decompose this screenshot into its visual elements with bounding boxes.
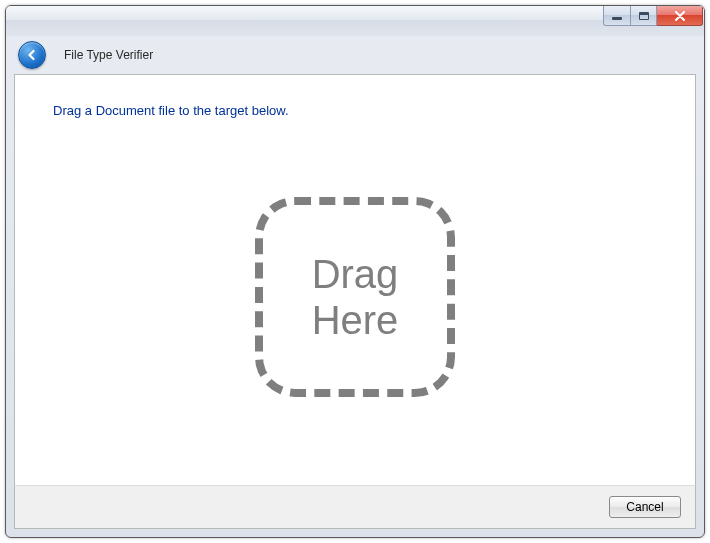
minimize-button[interactable] (603, 6, 631, 26)
app-title: File Type Verifier (64, 48, 153, 62)
back-button[interactable] (18, 41, 46, 69)
close-button[interactable] (657, 6, 703, 26)
back-arrow-icon (25, 48, 39, 62)
minimize-icon (612, 17, 622, 20)
drop-text-line1: Drag (312, 251, 399, 297)
navigation-row: File Type Verifier (6, 36, 704, 74)
instruction-text: Drag a Document file to the target below… (53, 103, 657, 118)
titlebar[interactable] (6, 6, 704, 36)
maximize-icon (639, 12, 649, 20)
close-icon (674, 11, 686, 21)
window-controls (603, 6, 703, 26)
content-pane: Drag a Document file to the target below… (14, 74, 696, 485)
footer: Cancel (14, 485, 696, 529)
drop-target[interactable]: Drag Here (255, 197, 455, 397)
maximize-button[interactable] (631, 6, 657, 26)
cancel-button[interactable]: Cancel (609, 496, 681, 518)
drop-area: Drag Here (53, 118, 657, 475)
window-frame: File Type Verifier Drag a Document file … (5, 5, 705, 538)
drop-text-line2: Here (312, 297, 399, 343)
